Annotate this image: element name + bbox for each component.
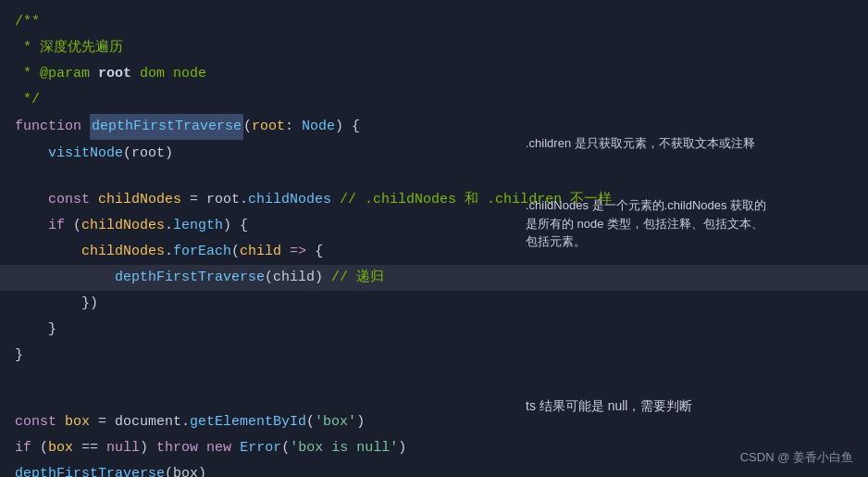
func-recurse: depthFirstTraverse [115, 266, 265, 290]
code-brace: ) { [335, 115, 360, 139]
type-node: Node [302, 115, 335, 139]
comment-text: * @param [15, 62, 98, 86]
code-line-empty3 [0, 389, 868, 409]
func-foreach: forEach [173, 240, 231, 264]
annotation-children-text: .children 是只获取元素，不获取文本或注释 [526, 136, 755, 150]
code-line-recurse: depthFirstTraverse(child) // 递归 [0, 265, 868, 291]
code-paren: ( [73, 214, 81, 238]
var-childnodes2: childNodes [81, 214, 165, 238]
string-box: 'box' [315, 410, 356, 434]
code-paren2: ( [231, 240, 240, 264]
func-call-visit: visitNode [48, 142, 123, 166]
code-line-call-box: depthFirstTraverse(box) [0, 461, 868, 477]
string-error: 'box is null' [290, 436, 398, 460]
code-paren4: ) [356, 410, 365, 434]
code-line-box: const box = document.getElementById('box… [0, 409, 868, 435]
var-box: box [65, 410, 90, 434]
comment-text: */ [15, 88, 40, 112]
func-call-final: depthFirstTraverse [15, 462, 165, 477]
code-paren6: ( [281, 436, 290, 460]
code-indent2 [15, 240, 81, 264]
comment-text: /** [15, 10, 40, 34]
keyword-null: null [106, 436, 140, 460]
code-close1: }) [81, 292, 98, 316]
code-paren: ( [243, 115, 252, 139]
code-close3: } [15, 344, 23, 368]
code-arg-child: (child) [265, 266, 323, 290]
code-line-empty2 [0, 369, 868, 389]
watermark-text: CSDN @ 姜香小白鱼 [740, 450, 853, 464]
code-indent2 [15, 292, 81, 316]
code-line-comment4: */ [0, 87, 868, 113]
code-arg-box: (box) [165, 462, 206, 477]
code-line-comment3: * @param root dom node [0, 61, 868, 87]
code-args: (root) [123, 142, 173, 166]
code-colon: : [285, 115, 302, 139]
code-eq: = [181, 188, 206, 212]
code-document: document. [115, 410, 190, 434]
param-root: root [252, 115, 285, 139]
code-throw: ) [140, 436, 156, 460]
code-brace3: { [306, 240, 323, 264]
code-line-close3: } [0, 343, 868, 369]
keyword-const2: const [15, 410, 65, 434]
code-editor: /** * 深度优先遍历 * @param root dom node */ f… [0, 0, 868, 477]
keyword-if2: if [15, 436, 40, 460]
code-paren5: ( [40, 436, 48, 460]
code-paren7: ) [398, 436, 406, 460]
code-line-close1: }) [0, 291, 868, 317]
code-eq2: = [90, 410, 115, 434]
code-line-empty1 [0, 167, 868, 187]
keyword-throw: throw [156, 436, 206, 460]
watermark: CSDN @ 姜香小白鱼 [740, 449, 853, 466]
annotation-children: .children 是只获取元素，不获取文本或注释 [526, 134, 831, 153]
keyword-const: const [48, 188, 98, 212]
code-indent [15, 214, 48, 238]
code-dot2: . [165, 240, 173, 264]
var-childnodes3: childNodes [81, 240, 165, 264]
annotation-ts: ts 结果可能是 null，需要判断 [526, 398, 692, 415]
code-indent [15, 318, 48, 342]
code-indent [15, 188, 48, 212]
prop-length: length [173, 214, 223, 238]
code-close2: } [48, 318, 56, 342]
keyword-new: new [206, 436, 240, 460]
code-space [281, 240, 290, 264]
func-name-highlight: depthFirstTraverse [90, 114, 243, 140]
var-childnodes: childNodes [98, 188, 181, 212]
code-line-null-check: if (box == null) throw new Error('box is… [0, 435, 868, 461]
code-line-comment2: * 深度优先遍历 [0, 35, 868, 61]
keyword-function: function [15, 115, 90, 139]
code-indent3 [15, 266, 115, 290]
code-line-close2: } [0, 317, 868, 343]
annotation-ts-text: ts 结果可能是 null，需要判断 [526, 398, 692, 413]
comment-text: dom node [131, 62, 206, 86]
func-getelementbyid: getElementById [190, 410, 306, 434]
comment-text: * 深度优先遍历 [15, 36, 123, 60]
code-brace2: ) { [223, 214, 248, 238]
func-error: Error [240, 436, 281, 460]
code-dot: . [165, 214, 173, 238]
arrow: => [290, 240, 306, 264]
code-root: root. [206, 188, 248, 212]
var-box2: box [48, 436, 73, 460]
code-indent [15, 142, 48, 166]
comment-recurse: // 递归 [323, 266, 384, 290]
code-eq3: == [73, 436, 106, 460]
comment-bold: root [98, 62, 131, 86]
keyword-if: if [48, 214, 73, 238]
annotation-childnodes: .childNodes 是一个元素的.childNodes 获取的是所有的 no… [526, 196, 854, 251]
code-line-comment1: /** [0, 9, 868, 35]
prop-childnodes: childNodes [248, 188, 331, 212]
code-paren3: ( [306, 410, 315, 434]
annotation-childnodes-text: .childNodes 是一个元素的.childNodes 获取的是所有的 no… [526, 198, 766, 248]
param-child: child [240, 240, 281, 264]
